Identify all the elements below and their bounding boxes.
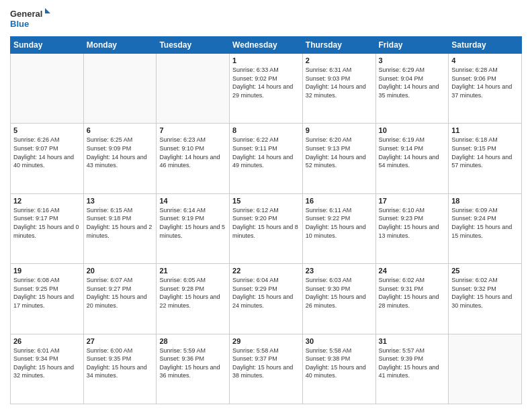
day-info: Sunrise: 6:16 AM Sunset: 9:17 PM Dayligh… <box>13 206 81 240</box>
calendar-table: SundayMondayTuesdayWednesdayThursdayFrid… <box>10 36 522 404</box>
day-number: 23 <box>306 267 373 275</box>
calendar-day-cell: 3Sunrise: 6:29 AM Sunset: 9:04 PM Daylig… <box>375 54 449 124</box>
page: General Blue SundayMondayTuesdayWednesda… <box>0 0 532 411</box>
calendar-week-row: 26Sunrise: 6:01 AM Sunset: 9:34 PM Dayli… <box>11 334 522 404</box>
calendar-week-row: 5Sunrise: 6:26 AM Sunset: 9:07 PM Daylig… <box>11 124 522 193</box>
day-number: 13 <box>87 197 154 205</box>
calendar-day-cell: 13Sunrise: 6:15 AM Sunset: 9:18 PM Dayli… <box>83 193 157 263</box>
day-info: Sunrise: 6:12 AM Sunset: 9:20 PM Dayligh… <box>232 206 300 240</box>
calendar-day-cell: 16Sunrise: 6:11 AM Sunset: 9:22 PM Dayli… <box>302 193 375 263</box>
day-number: 27 <box>87 337 154 345</box>
day-info: Sunrise: 6:28 AM Sunset: 9:06 PM Dayligh… <box>451 66 519 99</box>
day-number: 18 <box>451 197 519 205</box>
day-info: Sunrise: 6:07 AM Sunset: 9:27 PM Dayligh… <box>87 276 154 310</box>
calendar-day-cell: 22Sunrise: 6:04 AM Sunset: 9:29 PM Dayli… <box>230 264 303 334</box>
day-number: 7 <box>159 126 226 134</box>
day-of-week-header: Monday <box>83 37 157 54</box>
svg-text:General: General <box>10 9 42 19</box>
calendar-day-cell: 7Sunrise: 6:23 AM Sunset: 9:10 PM Daylig… <box>157 124 230 193</box>
day-number: 6 <box>87 126 154 134</box>
day-of-week-header: Friday <box>375 37 449 54</box>
day-of-week-header: Tuesday <box>157 37 230 54</box>
day-number: 15 <box>232 197 300 205</box>
day-info: Sunrise: 6:04 AM Sunset: 9:29 PM Dayligh… <box>232 276 300 310</box>
day-of-week-header: Wednesday <box>230 37 303 54</box>
day-info: Sunrise: 6:15 AM Sunset: 9:18 PM Dayligh… <box>87 206 154 240</box>
day-info: Sunrise: 5:58 AM Sunset: 9:37 PM Dayligh… <box>232 347 300 380</box>
calendar-week-row: 1Sunrise: 6:33 AM Sunset: 9:02 PM Daylig… <box>11 54 522 124</box>
calendar-day-cell: 30Sunrise: 5:58 AM Sunset: 9:38 PM Dayli… <box>302 334 375 404</box>
calendar-day-cell: 25Sunrise: 6:02 AM Sunset: 9:32 PM Dayli… <box>449 264 522 334</box>
calendar-day-cell <box>11 54 84 124</box>
calendar-day-cell: 8Sunrise: 6:22 AM Sunset: 9:11 PM Daylig… <box>230 124 303 193</box>
calendar-day-cell: 21Sunrise: 6:05 AM Sunset: 9:28 PM Dayli… <box>157 264 230 334</box>
day-info: Sunrise: 6:10 AM Sunset: 9:23 PM Dayligh… <box>379 206 446 240</box>
calendar-day-cell: 6Sunrise: 6:25 AM Sunset: 9:09 PM Daylig… <box>83 124 157 193</box>
calendar-day-cell: 5Sunrise: 6:26 AM Sunset: 9:07 PM Daylig… <box>11 124 84 193</box>
calendar-day-cell: 11Sunrise: 6:18 AM Sunset: 9:15 PM Dayli… <box>449 124 522 193</box>
day-number: 29 <box>232 337 300 345</box>
day-number: 26 <box>13 337 81 345</box>
calendar-header-row: SundayMondayTuesdayWednesdayThursdayFrid… <box>11 37 522 54</box>
calendar-day-cell: 19Sunrise: 6:08 AM Sunset: 9:25 PM Dayli… <box>11 264 84 334</box>
day-info: Sunrise: 6:18 AM Sunset: 9:15 PM Dayligh… <box>451 136 519 169</box>
calendar-day-cell: 18Sunrise: 6:09 AM Sunset: 9:24 PM Dayli… <box>449 193 522 263</box>
day-info: Sunrise: 6:20 AM Sunset: 9:13 PM Dayligh… <box>306 136 373 169</box>
day-info: Sunrise: 6:26 AM Sunset: 9:07 PM Dayligh… <box>13 136 81 169</box>
day-number: 21 <box>159 267 226 275</box>
day-number: 3 <box>379 56 446 64</box>
day-number: 1 <box>232 56 300 64</box>
calendar-day-cell: 2Sunrise: 6:31 AM Sunset: 9:03 PM Daylig… <box>302 54 375 124</box>
day-info: Sunrise: 6:23 AM Sunset: 9:10 PM Dayligh… <box>159 136 226 169</box>
svg-text:Blue: Blue <box>10 19 29 29</box>
day-number: 16 <box>306 197 373 205</box>
day-number: 4 <box>451 56 519 64</box>
day-number: 14 <box>159 197 226 205</box>
day-info: Sunrise: 6:25 AM Sunset: 9:09 PM Dayligh… <box>87 136 154 169</box>
day-number: 17 <box>379 197 446 205</box>
calendar-day-cell: 17Sunrise: 6:10 AM Sunset: 9:23 PM Dayli… <box>375 193 449 263</box>
day-info: Sunrise: 6:08 AM Sunset: 9:25 PM Dayligh… <box>13 276 81 310</box>
day-info: Sunrise: 6:22 AM Sunset: 9:11 PM Dayligh… <box>232 136 300 169</box>
calendar-day-cell <box>83 54 157 124</box>
calendar-day-cell: 29Sunrise: 5:58 AM Sunset: 9:37 PM Dayli… <box>230 334 303 404</box>
day-number: 2 <box>306 56 373 64</box>
day-number: 22 <box>232 267 300 275</box>
calendar-week-row: 12Sunrise: 6:16 AM Sunset: 9:17 PM Dayli… <box>11 193 522 263</box>
day-info: Sunrise: 6:00 AM Sunset: 9:35 PM Dayligh… <box>87 347 154 380</box>
day-number: 8 <box>232 126 300 134</box>
day-info: Sunrise: 6:09 AM Sunset: 9:24 PM Dayligh… <box>451 206 519 240</box>
day-number: 9 <box>306 126 373 134</box>
svg-marker-2 <box>45 8 50 13</box>
day-info: Sunrise: 5:57 AM Sunset: 9:39 PM Dayligh… <box>379 347 446 380</box>
calendar-day-cell: 15Sunrise: 6:12 AM Sunset: 9:20 PM Dayli… <box>230 193 303 263</box>
day-number: 25 <box>451 267 519 275</box>
day-info: Sunrise: 6:19 AM Sunset: 9:14 PM Dayligh… <box>379 136 446 169</box>
calendar-day-cell: 1Sunrise: 6:33 AM Sunset: 9:02 PM Daylig… <box>230 54 303 124</box>
day-number: 5 <box>13 126 81 134</box>
logo-icon: General Blue <box>10 7 50 31</box>
logo: General Blue <box>10 7 50 31</box>
day-info: Sunrise: 6:14 AM Sunset: 9:19 PM Dayligh… <box>159 206 226 240</box>
day-info: Sunrise: 6:29 AM Sunset: 9:04 PM Dayligh… <box>379 66 446 99</box>
day-info: Sunrise: 6:31 AM Sunset: 9:03 PM Dayligh… <box>306 66 373 99</box>
day-of-week-header: Thursday <box>302 37 375 54</box>
calendar-day-cell: 27Sunrise: 6:00 AM Sunset: 9:35 PM Dayli… <box>83 334 157 404</box>
calendar-day-cell: 23Sunrise: 6:03 AM Sunset: 9:30 PM Dayli… <box>302 264 375 334</box>
calendar-day-cell: 28Sunrise: 5:59 AM Sunset: 9:36 PM Dayli… <box>157 334 230 404</box>
day-number: 12 <box>13 197 81 205</box>
day-number: 11 <box>451 126 519 134</box>
day-of-week-header: Saturday <box>449 37 522 54</box>
calendar-week-row: 19Sunrise: 6:08 AM Sunset: 9:25 PM Dayli… <box>11 264 522 334</box>
day-number: 19 <box>13 267 81 275</box>
day-info: Sunrise: 5:58 AM Sunset: 9:38 PM Dayligh… <box>306 347 373 380</box>
day-number: 28 <box>159 337 226 345</box>
day-number: 31 <box>379 337 446 345</box>
day-info: Sunrise: 6:02 AM Sunset: 9:31 PM Dayligh… <box>379 276 446 310</box>
calendar-day-cell: 31Sunrise: 5:57 AM Sunset: 9:39 PM Dayli… <box>375 334 449 404</box>
day-of-week-header: Sunday <box>11 37 84 54</box>
calendar-day-cell <box>449 334 522 404</box>
day-number: 20 <box>87 267 154 275</box>
day-info: Sunrise: 5:59 AM Sunset: 9:36 PM Dayligh… <box>159 347 226 380</box>
calendar-day-cell: 12Sunrise: 6:16 AM Sunset: 9:17 PM Dayli… <box>11 193 84 263</box>
